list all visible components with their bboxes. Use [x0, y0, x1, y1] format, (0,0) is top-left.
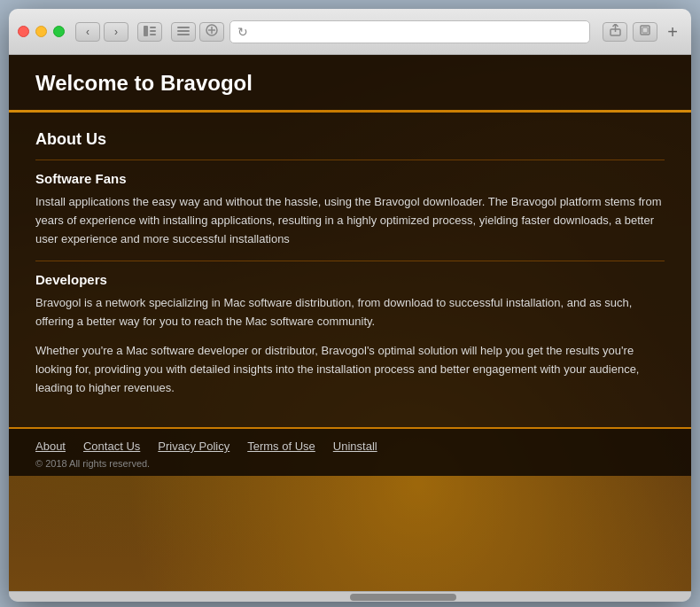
scrollbar-area	[9, 591, 691, 602]
list-icon	[177, 25, 190, 38]
add-tab-icon	[206, 24, 218, 39]
back-button[interactable]: ‹	[75, 22, 100, 42]
close-button[interactable]	[18, 26, 29, 37]
site-main: About Us Software Fans Install applicati…	[9, 113, 691, 427]
footer-copyright: © 2018 All rights reserved.	[35, 458, 665, 469]
software-fans-section: Software Fans Install applications the e…	[35, 171, 665, 248]
svg-rect-4	[177, 27, 190, 28]
tab-overview-button[interactable]	[633, 22, 657, 42]
site-header: Welcome to Bravogol	[9, 55, 691, 110]
site-title: Welcome to Bravogol	[35, 71, 665, 96]
url-bar-area: ↻	[171, 20, 682, 43]
sidebar-icon	[144, 24, 156, 40]
software-fans-title: Software Fans	[35, 171, 665, 186]
refresh-icon[interactable]: ↻	[237, 25, 248, 39]
footer-link-uninstall[interactable]: Uninstall	[333, 440, 377, 453]
tab-overview-icon	[640, 25, 651, 39]
section-divider-2	[35, 261, 665, 261]
browser-content: Welcome to Bravogol About Us Software Fa…	[9, 55, 691, 591]
svg-rect-1	[150, 27, 156, 28]
developers-section: Developers Bravogol is a network special…	[35, 272, 665, 397]
sidebar-toggle-button[interactable]	[137, 22, 162, 42]
url-bar[interactable]: ↻	[229, 20, 590, 43]
developers-text-1: Bravogol is a network specializing in Ma…	[35, 294, 665, 331]
about-us-title: About Us	[35, 130, 665, 149]
developers-title: Developers	[35, 272, 665, 287]
new-window-button[interactable]: +	[663, 22, 682, 42]
nav-buttons: ‹ ›	[75, 22, 128, 42]
list-icon-button[interactable]	[171, 22, 196, 42]
section-divider-1	[35, 160, 665, 160]
scrollbar-thumb[interactable]	[350, 594, 456, 601]
maximize-button[interactable]	[53, 26, 65, 37]
site-footer: About Contact Us Privacy Policy Terms of…	[9, 427, 691, 476]
add-tab-button[interactable]	[199, 22, 224, 42]
svg-rect-3	[150, 34, 156, 35]
url-bar-left-icons	[171, 22, 224, 42]
footer-link-privacy[interactable]: Privacy Policy	[158, 440, 229, 453]
share-button[interactable]	[603, 22, 627, 42]
content-overlay: Welcome to Bravogol About Us Software Fa…	[9, 55, 691, 476]
titlebar: ‹ ›	[9, 9, 691, 55]
browser-window: ‹ ›	[9, 9, 691, 602]
svg-rect-0	[144, 26, 148, 36]
developers-text-2: Whether you're a Mac software developer …	[35, 342, 665, 397]
footer-link-terms[interactable]: Terms of Use	[247, 440, 315, 453]
footer-link-contact[interactable]: Contact Us	[83, 440, 140, 453]
footer-nav: About Contact Us Privacy Policy Terms of…	[35, 440, 665, 453]
share-icon	[610, 24, 621, 39]
software-fans-text: Install applications the easy way and wi…	[35, 193, 665, 248]
minimize-button[interactable]	[35, 26, 47, 37]
footer-link-about[interactable]: About	[35, 440, 66, 453]
url-bar-right-icons: +	[603, 22, 682, 42]
svg-rect-2	[150, 30, 156, 32]
back-icon: ‹	[86, 26, 89, 38]
svg-rect-13	[642, 27, 648, 33]
forward-button[interactable]: ›	[104, 22, 128, 42]
traffic-lights	[18, 26, 65, 37]
svg-rect-6	[177, 34, 190, 35]
plus-icon: +	[667, 23, 678, 41]
forward-icon: ›	[114, 26, 118, 38]
svg-rect-5	[177, 30, 190, 32]
